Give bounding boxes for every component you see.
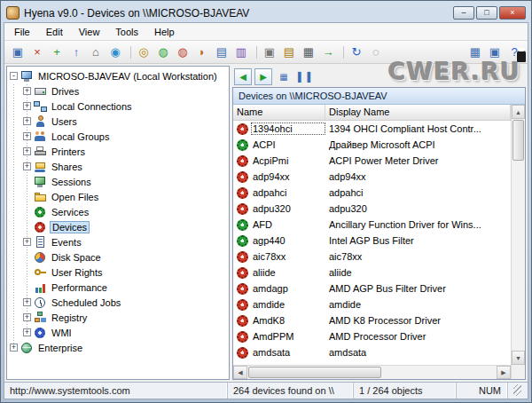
expand-box-icon[interactable] xyxy=(10,344,18,352)
resize-grip[interactable] xyxy=(513,384,521,396)
menu-item[interactable]: Help xyxy=(146,24,183,40)
device-display-name: AMD K8 Processor Driver xyxy=(325,315,511,326)
tree-item[interactable]: Services xyxy=(7,204,229,219)
columns-icon[interactable]: ▌▐ xyxy=(295,68,313,85)
tree-item[interactable]: Open Files xyxy=(7,189,229,204)
device-row[interactable]: AcpiPmi ACPI Power Meter Driver xyxy=(233,153,511,169)
tree-item[interactable]: Drives xyxy=(7,83,229,99)
column-headers: Name Display Name xyxy=(233,105,511,121)
tree-item[interactable]: Disk Space xyxy=(7,249,229,265)
up-level-icon[interactable]: ↑ xyxy=(67,43,85,61)
horizontal-scroll-thumb[interactable] xyxy=(248,367,381,378)
menu-item[interactable]: File xyxy=(6,24,38,40)
vertical-scrollbar[interactable]: ▲ ▼ xyxy=(511,105,525,379)
home-icon[interactable]: ⌂ xyxy=(87,43,105,61)
tree-item-label: Open Files xyxy=(50,191,100,203)
tree-item[interactable]: Performance xyxy=(7,280,229,295)
window-title: Hyena v9.0 - Devices on \\MICROSO-BJAVEA… xyxy=(24,7,449,20)
expand-box-icon[interactable] xyxy=(23,328,31,336)
print-icon[interactable]: ▦ xyxy=(300,43,317,61)
vertical-scroll-track[interactable] xyxy=(512,119,525,351)
device-status-gear-icon xyxy=(233,155,251,167)
device-row[interactable]: ACPI Драйвер Microsoft ACPI xyxy=(233,137,511,153)
add-object-icon[interactable]: + xyxy=(48,43,66,61)
expand-box-icon[interactable] xyxy=(23,102,31,110)
device-row[interactable]: 1394ohci 1394 OHCI Compliant Host Contr.… xyxy=(233,121,511,137)
tree-item-enterprise[interactable]: Enterprise xyxy=(7,340,229,355)
device-row[interactable]: agp440 Intel AGP Bus Filter xyxy=(233,233,511,249)
expand-box-icon[interactable] xyxy=(23,87,31,95)
device-row[interactable]: AFD Ancillary Function Driver for Wins..… xyxy=(233,217,511,233)
device-row[interactable]: amdagp AMD AGP Bus Filter Driver xyxy=(233,281,511,296)
tree-item[interactable]: Local Connections xyxy=(7,99,229,114)
tree-item[interactable]: Printers xyxy=(7,144,229,159)
tree-item[interactable]: Scheduled Jobs xyxy=(7,295,229,310)
scroll-left-icon[interactable]: ◀ xyxy=(233,366,247,379)
device-row[interactable]: AmdK8 AMD K8 Processor Driver xyxy=(233,312,511,328)
menu-item[interactable]: Tools xyxy=(107,24,146,40)
device-row[interactable]: amdide amdide xyxy=(233,296,511,312)
paste-icon[interactable]: ▤ xyxy=(280,43,298,61)
device-row[interactable]: adpu320 adpu320 xyxy=(233,201,511,217)
expand-box-icon[interactable] xyxy=(23,147,31,155)
devices-icon[interactable]: ◍ xyxy=(174,43,192,61)
device-row[interactable]: adpahci adpahci xyxy=(233,185,511,201)
tree-item[interactable]: Local Groups xyxy=(7,129,229,144)
tree-item[interactable]: WMI xyxy=(7,325,229,340)
tree-item[interactable]: User Rights xyxy=(7,265,229,280)
forward-icon[interactable]: ▶ xyxy=(254,68,272,85)
tree-item-root[interactable]: MICROSO-BJAVEAV (Local Workstation) xyxy=(7,68,229,83)
horizontal-scrollbar[interactable]: ◀ ▶ xyxy=(233,365,511,379)
device-row[interactable]: AmdPPM AMD Processor Driver xyxy=(233,328,511,344)
refresh-icon[interactable]: ↻ xyxy=(348,43,365,61)
device-status-gear-icon xyxy=(233,251,251,263)
expand-box-icon[interactable] xyxy=(23,238,31,246)
expand-box-icon[interactable] xyxy=(23,313,31,321)
close-button[interactable]: × xyxy=(499,6,526,20)
tree-item[interactable]: Sessions xyxy=(7,174,229,189)
scroll-right-icon[interactable]: ▶ xyxy=(497,366,511,379)
tree-item[interactable]: Shares xyxy=(7,159,229,174)
column-header-display-name[interactable]: Display Name xyxy=(325,105,511,120)
back-icon[interactable]: ◀ xyxy=(234,68,252,85)
scroll-up-icon[interactable]: ▲ xyxy=(512,105,525,119)
expand-box-icon[interactable] xyxy=(23,117,31,125)
device-row[interactable]: amdsata amdsata xyxy=(233,344,511,360)
scroll-down-icon[interactable]: ▼ xyxy=(512,351,525,365)
device-name: amdide xyxy=(251,298,325,311)
maximize-button[interactable]: □ xyxy=(476,6,497,20)
status-num-lock: NUM xyxy=(473,383,508,399)
expand-box-icon[interactable] xyxy=(23,132,31,140)
tree-item[interactable]: Events xyxy=(7,234,229,249)
menu-item[interactable]: Edit xyxy=(38,24,71,40)
copy-icon[interactable]: ▣ xyxy=(261,43,278,61)
device-row[interactable]: adp94xx adp94xx xyxy=(233,169,511,185)
column-header-name[interactable]: Name xyxy=(233,105,325,120)
horizontal-scroll-track[interactable] xyxy=(247,366,497,379)
menu-item[interactable]: View xyxy=(71,24,108,40)
export-icon[interactable]: → xyxy=(319,43,337,61)
manage-computer-icon[interactable]: ▣ xyxy=(9,43,27,61)
device-status-gear-icon xyxy=(233,219,251,231)
web-icon[interactable]: ◉ xyxy=(106,43,124,61)
device-name: amdagp xyxy=(251,282,325,295)
collapse-box-icon[interactable] xyxy=(10,72,18,80)
events-icon[interactable]: ▥ xyxy=(232,43,250,61)
expand-box-icon[interactable] xyxy=(23,162,31,170)
services-icon[interactable]: ◍ xyxy=(154,43,172,61)
shares-icon[interactable]: ▤ xyxy=(213,43,231,61)
tree-item[interactable]: Registry xyxy=(7,310,229,325)
view-table-icon[interactable]: ▦ xyxy=(275,68,293,85)
vertical-scroll-thumb[interactable] xyxy=(512,120,524,161)
delete-icon[interactable]: × xyxy=(28,43,46,61)
status-bar: http://www.systemtools.com 264 devices f… xyxy=(4,382,528,399)
minimize-button[interactable]: – xyxy=(453,6,474,20)
tree-item[interactable]: Devices xyxy=(7,219,229,234)
tree-item[interactable]: Users xyxy=(7,114,229,129)
device-row[interactable]: aic78xx aic78xx xyxy=(233,249,511,265)
find-icon[interactable]: ◎ xyxy=(135,43,153,61)
expand-box-icon[interactable] xyxy=(23,298,31,306)
device-row[interactable]: aliide aliide xyxy=(233,265,511,281)
settings-icon[interactable]: ◌ xyxy=(367,43,385,61)
users-icon[interactable]: ◗ xyxy=(193,43,211,61)
